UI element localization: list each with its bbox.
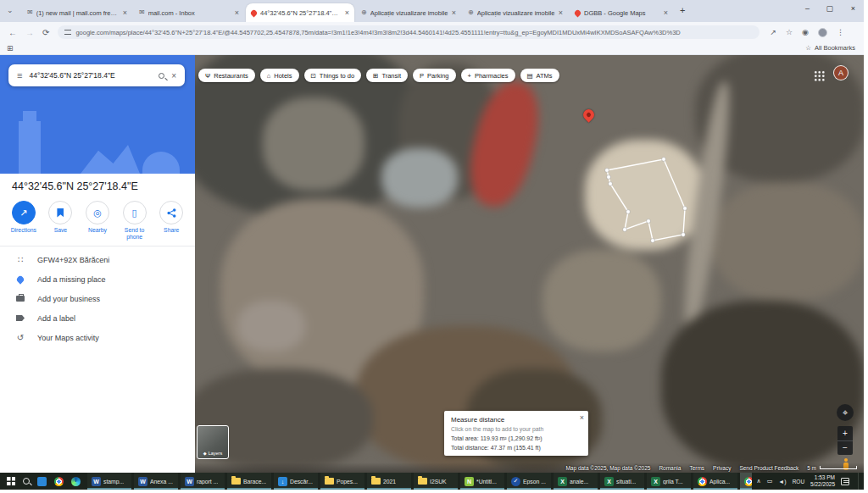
hidden-icons-chevron[interactable]: ∧ bbox=[757, 478, 761, 485]
measure-polygon[interactable] bbox=[607, 159, 685, 241]
tab-close-icon[interactable]: × bbox=[123, 8, 127, 17]
tab-aplicatie-2[interactable]: ⊕ Aplicație vizualizare imobile × bbox=[463, 3, 568, 22]
chip-parking[interactable]: P Parking bbox=[413, 69, 455, 82]
directions-button[interactable]: ↗ Directions bbox=[6, 201, 42, 241]
search-icon[interactable] bbox=[159, 73, 164, 79]
my-location-button[interactable]: ⌖ bbox=[837, 404, 854, 421]
minimize-button[interactable]: – bbox=[805, 4, 810, 13]
taskbar-item-folder[interactable]: 2021 bbox=[367, 473, 411, 490]
chip-hotels[interactable]: ⌂ Hotels bbox=[260, 69, 299, 82]
taskbar-item-label: stamp... bbox=[103, 479, 124, 485]
save-button[interactable]: Save bbox=[42, 201, 78, 241]
address-bar[interactable]: google.com/maps/place/44°32'45.6"N+25°27… bbox=[58, 25, 760, 39]
category-chip-row: Ψ Restaurants ⌂ Hotels ⊡ Things to do ⊞ … bbox=[198, 69, 559, 82]
nearby-button[interactable]: ◎ Nearby bbox=[80, 201, 115, 241]
taskbar-clock[interactable]: 1:53 PM 5/22/2025 bbox=[810, 474, 835, 488]
apps-grid-icon[interactable]: ⊞ bbox=[7, 44, 15, 53]
reload-icon[interactable]: ⟳ bbox=[42, 28, 49, 37]
taskbar-item-folder[interactable]: Popes... bbox=[320, 473, 364, 490]
forward-icon[interactable]: → bbox=[25, 28, 34, 37]
volume-icon[interactable]: ◄) bbox=[778, 479, 786, 485]
tab-search-chevron-icon[interactable]: ⌄ bbox=[7, 6, 14, 14]
tab-close-icon[interactable]: × bbox=[345, 8, 349, 17]
site-info-icon[interactable] bbox=[64, 30, 71, 35]
windows-taskbar: Wstamp... WAnexa ... Wraport ... Barace.… bbox=[0, 473, 864, 490]
display-tray-icon[interactable]: ▭ bbox=[767, 478, 773, 485]
terms-link[interactable]: Terms bbox=[689, 465, 704, 471]
taskbar-item-word[interactable]: WAnexa ... bbox=[134, 473, 178, 490]
taskbar-item-folder[interactable]: Barace... bbox=[227, 473, 271, 490]
feedback-link[interactable]: Send Product Feedback bbox=[739, 465, 798, 471]
send-to-phone-button[interactable]: ▯ Send to phone bbox=[117, 201, 153, 241]
globe-icon: ⊕ bbox=[468, 9, 474, 16]
chrome-icon[interactable] bbox=[54, 477, 64, 486]
bookmark-star-icon[interactable]: ☆ bbox=[786, 28, 793, 36]
taskbar-item-excel[interactable]: Xanale... bbox=[554, 473, 598, 490]
tab-close-icon[interactable]: × bbox=[235, 8, 239, 17]
sidebar-item-add-missing-place[interactable]: Add a missing place bbox=[0, 269, 195, 289]
edge-icon[interactable] bbox=[71, 477, 81, 486]
apps-dots-icon[interactable] bbox=[814, 70, 825, 81]
search-input[interactable]: 44°32'45.6"N 25°27'18.4"E bbox=[29, 71, 152, 80]
tab-close-icon[interactable]: × bbox=[452, 8, 456, 17]
chip-pharmacies[interactable]: + Pharmacies bbox=[461, 69, 515, 82]
dome-silhouette bbox=[142, 152, 180, 174]
back-icon[interactable]: ← bbox=[8, 28, 17, 37]
taskbar-item-excel[interactable]: Xgrila T... bbox=[647, 473, 691, 490]
tab-aplicatie-1[interactable]: ⊕ Aplicație vizualizare imobile × bbox=[356, 3, 461, 22]
chip-restaurants[interactable]: Ψ Restaurants bbox=[198, 69, 255, 82]
tab-close-icon[interactable]: × bbox=[559, 8, 563, 17]
clear-search-icon[interactable]: × bbox=[171, 71, 176, 80]
chip-transit[interactable]: ⊞ Transit bbox=[366, 69, 408, 82]
taskbar-item-epson[interactable]: ✓Epson ... bbox=[507, 473, 551, 490]
maps-search-box[interactable]: ≡ 44°32'45.6"N 25°27'18.4"E × bbox=[8, 64, 185, 86]
all-bookmarks-label: All Bookmarks bbox=[815, 44, 855, 52]
tab-mail-inbox[interactable]: ✉ mail.com - Inbox × bbox=[134, 3, 244, 22]
scale-label: 5 m bbox=[807, 465, 816, 471]
start-button-icon[interactable] bbox=[7, 477, 15, 485]
taskbar-search-icon[interactable] bbox=[23, 478, 30, 485]
measure-close-icon[interactable]: × bbox=[580, 413, 584, 422]
new-tab-button[interactable]: + bbox=[680, 5, 685, 15]
share-button[interactable]: Share bbox=[153, 201, 189, 241]
account-avatar[interactable]: A bbox=[833, 65, 849, 80]
taskbar-item-notepad[interactable]: N*Untitl... bbox=[460, 473, 504, 490]
maximize-button[interactable]: ▢ bbox=[826, 4, 833, 13]
all-bookmarks-button[interactable]: ☆ All Bookmarks bbox=[805, 44, 855, 52]
extensions-icon[interactable]: ◉ bbox=[802, 28, 809, 36]
taskbar-item-label: raport ... bbox=[197, 479, 218, 485]
menu-hamburger-icon[interactable]: ≡ bbox=[17, 70, 22, 80]
zoom-in-button[interactable]: + bbox=[837, 426, 853, 441]
maps-sidebar: ≡ 44°32'45.6"N 25°27'18.4"E × 44°32'45.6… bbox=[0, 55, 195, 473]
satellite-map[interactable]: Ψ Restaurants ⌂ Hotels ⊡ Things to do ⊞ … bbox=[195, 55, 864, 473]
tab-close-icon[interactable]: × bbox=[664, 8, 668, 17]
tab-mail-new[interactable]: ✉ (1) new mail | mail.com freeM... × bbox=[22, 3, 132, 22]
chip-atms[interactable]: ▤ ATMs bbox=[520, 69, 559, 82]
taskbar-item-folder[interactable]: I2SUK bbox=[414, 473, 458, 490]
privacy-link[interactable]: Privacy bbox=[713, 465, 731, 471]
taskbar-item-downloads[interactable]: ↓Descăr... bbox=[274, 473, 318, 490]
zoom-out-button[interactable]: − bbox=[837, 441, 853, 456]
send-to-devices-icon[interactable]: ↗ bbox=[770, 28, 776, 36]
language-indicator[interactable]: ROU bbox=[793, 479, 804, 485]
restaurants-icon: Ψ bbox=[205, 72, 210, 80]
show-desktop-button[interactable] bbox=[858, 473, 860, 490]
blue-app-icon[interactable] bbox=[37, 477, 47, 486]
profile-avatar[interactable] bbox=[818, 28, 827, 37]
taskbar-item-word[interactable]: Wraport ... bbox=[181, 473, 225, 490]
taskbar-item-chrome[interactable]: Aplica... bbox=[693, 473, 737, 490]
sidebar-item-plus-code[interactable]: ∷ GFW4+92X Bărăceni bbox=[0, 250, 195, 269]
action-center-icon[interactable] bbox=[841, 478, 849, 485]
chip-things-to-do[interactable]: ⊡ Things to do bbox=[304, 69, 362, 82]
window-close-button[interactable]: × bbox=[851, 4, 855, 13]
layers-button[interactable]: ◆ Layers bbox=[197, 425, 229, 459]
taskbar-item-word[interactable]: Wstamp... bbox=[87, 473, 131, 490]
sidebar-item-add-business[interactable]: Add your business bbox=[0, 289, 195, 308]
taskbar-item-chrome-active[interactable]: 44°32'... bbox=[740, 473, 752, 490]
taskbar-item-excel[interactable]: Xsituati... bbox=[600, 473, 644, 490]
tab-dgbb-maps[interactable]: DGBB - Google Maps × bbox=[570, 3, 673, 22]
menu-more-icon[interactable]: ⋮ bbox=[837, 28, 844, 36]
sidebar-item-add-label[interactable]: Add a label bbox=[0, 308, 195, 328]
tab-google-maps-active[interactable]: 44°32'45.6"N 25°27'18.4"E - G... × bbox=[246, 3, 354, 22]
sidebar-item-maps-activity[interactable]: ↺ Your Maps activity bbox=[0, 328, 195, 347]
